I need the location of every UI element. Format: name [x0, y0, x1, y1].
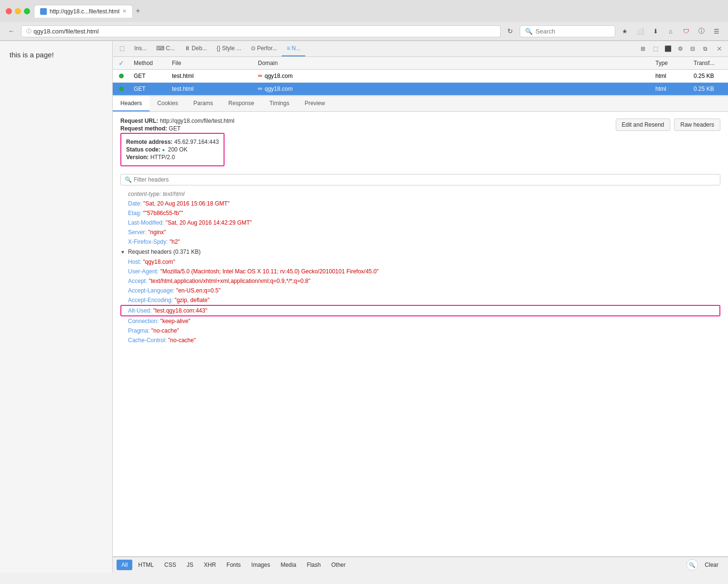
dt-tab-console[interactable]: ⌨ C... — [151, 41, 180, 56]
pen-icon: ✏ — [258, 86, 263, 92]
connection-header-value: "keep-alive" — [160, 318, 190, 324]
request-headers-section-title[interactable]: ▼ Request headers (0.371 KB) — [120, 247, 720, 257]
dt-split-icon[interactable]: ⬚ — [650, 43, 661, 54]
page-content-area: this is a page! — [0, 41, 112, 573]
network-row[interactable]: GET test.html ✏ qgy18.com html 0.25 KB — [113, 83, 728, 96]
tab-preview[interactable]: Preview — [297, 96, 333, 111]
row-type: html — [652, 70, 690, 82]
dt-tab-inspector[interactable]: Ins... — [129, 41, 151, 56]
remote-address-value: 45.62.97.164:443 — [174, 139, 219, 145]
tab-timings[interactable]: Timings — [262, 96, 297, 111]
bottom-search-button[interactable]: 🔍 — [686, 559, 698, 571]
x-firefox-spdy-header-row: X-Firefox-Spdy: "h2" — [120, 237, 720, 247]
url-bar: ← ⓘ qgy18.com/file/test.html ↻ 🔍 ★ ⬜ ⬇ ⌂… — [0, 22, 728, 41]
etag-header-row: Etag: ""57b86c55-fb"" — [120, 208, 720, 218]
reload-button[interactable]: ↻ — [503, 24, 517, 38]
etag-header-key: Etag: — [128, 210, 141, 216]
shield-icon[interactable]: 🛡 — [679, 24, 693, 38]
headers-content: Request URL: http://qgy18.com/file/test.… — [113, 112, 728, 556]
summary-action-buttons: Edit and Resend Raw headers — [616, 117, 720, 131]
menu-icon[interactable]: ☰ — [710, 24, 723, 38]
tab-title: http://qgy18.c...file/test.html — [50, 8, 119, 15]
server-header-value: "nginx" — [148, 229, 166, 236]
dt-minimize-icon[interactable]: ⊟ — [687, 43, 698, 54]
filter-tab-fonts[interactable]: Fonts — [222, 560, 246, 570]
row-domain: ✏ qgy18.com — [254, 70, 652, 82]
tab-response[interactable]: Response — [221, 96, 262, 111]
request-url-line: Request URL: http://qgy18.com/file/test.… — [120, 118, 235, 124]
host-header-value: "qgy18.com" — [143, 259, 175, 265]
maximize-button[interactable] — [24, 8, 30, 14]
pragma-header-key: Pragma: — [128, 327, 150, 334]
remote-address-line: Remote address: 45.62.97.164:443 — [126, 139, 219, 145]
x-firefox-spdy-key: X-Firefox-Spdy: — [128, 238, 168, 245]
request-detail-panel: Headers Cookies Params Response Timings … — [113, 96, 728, 573]
filter-headers-input[interactable] — [134, 176, 716, 183]
accept-header-key: Accept: — [128, 278, 147, 284]
filter-tab-media[interactable]: Media — [276, 560, 301, 570]
close-button[interactable] — [6, 8, 12, 14]
dt-tab-inspector-icon[interactable]: ⬚ — [115, 41, 129, 56]
date-header-key: Date: — [128, 200, 142, 207]
filter-tab-js[interactable]: JS — [182, 560, 198, 570]
filter-tab-xhr[interactable]: XHR — [199, 560, 221, 570]
dt-toolbar-icons: ⊞ ⬚ ⬛ ⚙ ⊟ ⧉ — [635, 43, 713, 54]
filter-tab-images[interactable]: Images — [246, 560, 275, 570]
filter-headers-bar[interactable]: 🔍 — [120, 174, 720, 185]
pragma-header-value: "no-cache" — [151, 327, 179, 334]
tab-close-button[interactable]: ✕ — [122, 8, 127, 14]
request-url-label: Request URL: — [120, 118, 158, 124]
filter-tab-other[interactable]: Other — [326, 560, 350, 570]
url-text: qgy18.com/file/test.html — [33, 28, 99, 35]
raw-headers-button[interactable]: Raw headers — [674, 119, 720, 131]
summary-actions-row: Request URL: http://qgy18.com/file/test.… — [120, 117, 720, 170]
new-tab-button[interactable]: + — [133, 4, 143, 18]
url-field[interactable]: ⓘ qgy18.com/file/test.html — [21, 25, 501, 37]
tab-cookies[interactable]: Cookies — [150, 96, 185, 111]
download-icon[interactable]: ⬇ — [649, 24, 662, 38]
back-button[interactable]: ← — [5, 24, 18, 38]
network-table-header: ✓ Method File Domain Type Transf... — [113, 57, 728, 70]
filter-tab-all[interactable]: All — [117, 560, 132, 570]
dt-tab-style[interactable]: {} Style ... — [212, 41, 246, 56]
devtools-toolbar: ⬚ Ins... ⌨ C... ⏸ Deb... {} Style ... ⊙ … — [113, 41, 728, 57]
dt-tab-network[interactable]: ≡ N... — [282, 41, 305, 56]
version-label: Version: — [126, 154, 149, 161]
browser-tab[interactable]: http://qgy18.c...file/test.html ✕ — [34, 5, 133, 18]
tab-params[interactable]: Params — [186, 96, 221, 111]
home-icon[interactable]: ⌂ — [664, 24, 677, 38]
accept-language-value: "en-US,en;q=0.5" — [176, 287, 221, 294]
info-icon[interactable]: ⓘ — [695, 24, 708, 38]
devtools-panel: ⬚ Ins... ⌨ C... ⏸ Deb... {} Style ... ⊙ … — [112, 41, 728, 573]
search-input[interactable] — [535, 28, 598, 35]
dt-settings-icon[interactable]: ⚙ — [674, 43, 686, 54]
accept-encoding-key: Accept-Encoding: — [128, 297, 173, 303]
connection-header-key: Connection: — [128, 318, 159, 324]
request-method-line: Request method: GET — [120, 125, 235, 132]
edit-resend-button[interactable]: Edit and Resend — [616, 119, 671, 131]
dt-screenshot-icon[interactable]: ⬛ — [662, 43, 674, 54]
screenshot-icon[interactable]: ⬜ — [633, 24, 647, 38]
version-line: Version: HTTP/2.0 — [126, 154, 219, 161]
alt-used-value: "test.qgy18.com:443" — [153, 307, 207, 314]
dt-tab-performance[interactable]: ⊙ Perfor... — [246, 41, 282, 56]
last-modified-header-row: Last-Modified: "Sat, 20 Aug 2016 14:42:2… — [120, 218, 720, 227]
accept-encoding-header-row: Accept-Encoding: "gzip, deflate" — [120, 295, 720, 305]
dt-responsive-icon[interactable]: ⊞ — [637, 43, 649, 54]
dt-tab-debugger[interactable]: ⏸ Deb... — [180, 41, 212, 56]
dt-close-button[interactable]: ✕ — [713, 43, 726, 54]
status-dot — [119, 87, 124, 91]
minimize-button[interactable] — [15, 8, 21, 14]
bookmark-icon[interactable]: ★ — [618, 24, 632, 38]
dt-popout-icon[interactable]: ⧉ — [699, 43, 711, 54]
network-row[interactable]: GET test.html ✏ qgy18.com html 0.25 KB — [113, 70, 728, 83]
filter-tab-html[interactable]: HTML — [133, 560, 159, 570]
cache-control-key: Cache-Control: — [128, 337, 167, 344]
filter-tab-css[interactable]: CSS — [160, 560, 181, 570]
clear-button[interactable]: Clear — [699, 560, 724, 570]
filter-tab-flash[interactable]: Flash — [302, 560, 325, 570]
row-transfer: 0.25 KB — [690, 70, 728, 82]
search-box[interactable]: 🔍 — [520, 25, 615, 37]
cache-control-header-row: Cache-Control: "no-cache" — [120, 335, 720, 345]
tab-headers[interactable]: Headers — [113, 96, 150, 111]
